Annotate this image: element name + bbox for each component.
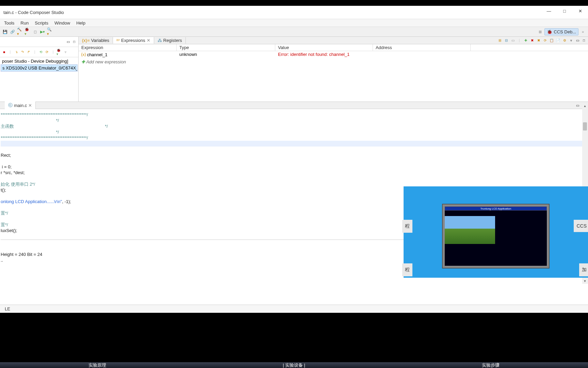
expr-icon-8[interactable]: 📋	[549, 38, 554, 43]
left-tab-2[interactable]: 程	[402, 263, 412, 276]
lcd-bliss-image	[445, 216, 495, 244]
sep2: |	[32, 49, 37, 55]
menu-run[interactable]: Run	[18, 20, 31, 26]
stop-icon[interactable]: ◻	[32, 29, 38, 35]
col-expression[interactable]: Expression	[79, 44, 177, 51]
nav-principle[interactable]: 实验原理	[88, 362, 106, 368]
refresh-icon[interactable]: ⟳	[44, 49, 50, 55]
sep1: |	[7, 49, 13, 55]
var-icon: ⒳	[81, 52, 87, 57]
expressions-icon: ᵡʸ	[116, 38, 120, 43]
view-menu-icon[interactable]: ▿	[63, 49, 68, 55]
minimize-button[interactable]: —	[541, 6, 557, 16]
resume-icon[interactable]: ▶▾	[39, 29, 46, 35]
close-button[interactable]: ✕	[572, 6, 588, 16]
maximize-panel-icon[interactable]: □	[71, 39, 77, 45]
expressions-tabs: (x)= Variables ᵡʸ Expressions ✕ ⁂ Regist…	[79, 37, 588, 44]
perspective-open-icon[interactable]: ⊞	[537, 29, 543, 35]
debug-icon[interactable]: 🐞▾	[24, 29, 31, 35]
expr-minimize-icon[interactable]: ▭	[575, 38, 580, 43]
col-value[interactable]: Value	[275, 44, 373, 51]
bug-icon: 🐞	[547, 29, 552, 34]
add-expression-row[interactable]: ✚ Add new expression	[79, 59, 588, 65]
expr-icon-10[interactable]: ⚙	[562, 38, 567, 43]
vscroll-up-icon[interactable]: ▲	[583, 104, 587, 108]
right-tab-2[interactable]: 加	[579, 263, 588, 276]
search-icon[interactable]: 🔍▾	[47, 29, 53, 35]
debug-session[interactable]: poser Studio - Device Debugging]	[1, 58, 78, 64]
menu-window[interactable]: Window	[52, 20, 73, 26]
remove-all-icon[interactable]: ✖	[536, 38, 541, 43]
c-file-icon: ⓒ	[8, 102, 13, 108]
status-le: LE	[5, 306, 10, 311]
expr-icon-2[interactable]: ⊟	[504, 38, 509, 43]
col-address[interactable]: Address	[373, 44, 471, 51]
vscroll-down-icon[interactable]: ▼	[583, 279, 587, 283]
save-icon[interactable]: 💾	[2, 29, 8, 35]
table-row[interactable]: ⒳ channel_1 unknown Error: identifier no…	[79, 51, 588, 59]
restart-icon[interactable]: ⟲	[38, 49, 44, 55]
step-over-icon[interactable]: ↷	[20, 49, 25, 55]
sep3: |	[50, 49, 56, 55]
window-title: tain.c - Code Composer Studio	[3, 10, 64, 15]
close-editor-tab-icon[interactable]: ✕	[28, 103, 32, 108]
remove-expr-icon[interactable]: ✖	[529, 38, 535, 43]
registers-icon: ⁂	[158, 38, 162, 43]
statusbar: LE	[0, 305, 588, 313]
menu-tools[interactable]: Tools	[1, 20, 17, 26]
expr-sep: |	[517, 38, 522, 43]
expressions-table: Expression Type Value Address ⒳ channel_…	[79, 44, 588, 102]
bug-icon-2[interactable]: 🐞▾	[56, 49, 62, 55]
expr-max-icon[interactable]: □	[581, 38, 587, 43]
expr-icon-3[interactable]: ▭	[510, 38, 516, 43]
tab-registers[interactable]: ⁂ Registers	[154, 37, 186, 44]
debug-device[interactable]: s XDS100v2 USB Emulator_0/C674X_0 (	[1, 64, 78, 72]
editor-tabs: ⓒ main.c ✕ ▭ □	[0, 102, 588, 109]
variables-icon: (x)=	[82, 38, 90, 43]
close-tab-icon[interactable]: ✕	[147, 38, 150, 43]
tab-variables[interactable]: (x)= Variables	[79, 37, 113, 44]
col-type[interactable]: Type	[177, 44, 275, 51]
nav-equipment[interactable]: | 实验设备 |	[283, 362, 305, 368]
right-tab-ccs[interactable]: CCS	[574, 220, 588, 232]
window-titlebar: tain.c - Code Composer Studio — □ ✕	[0, 6, 588, 19]
build-icon[interactable]: 🔨▾	[17, 29, 23, 35]
vscroll-thumb[interactable]	[583, 122, 587, 131]
add-icon: ✚	[81, 59, 86, 64]
left-tab-1[interactable]: 程	[402, 220, 412, 233]
link-icon[interactable]: 🔗	[10, 29, 16, 35]
perspective-switcher[interactable]: 🐞 CCS Deb...	[544, 28, 578, 35]
video-bottom-nav: 实验原理 | 实验设备 | 实验步骤	[0, 362, 588, 368]
step-into-icon[interactable]: ↴	[14, 49, 19, 55]
terminate-icon[interactable]: ■	[1, 49, 7, 55]
minimize-panel-icon[interactable]: ▭	[65, 39, 71, 45]
step-return-icon[interactable]: ↱	[26, 49, 31, 55]
maximize-button[interactable]: □	[557, 6, 572, 16]
menu-bar: Tools Run Scripts Window Help	[0, 19, 588, 27]
editor-min-icon[interactable]: ▭	[575, 103, 580, 108]
lcd-titlebar: Tronlong LCD Application	[445, 206, 547, 211]
current-line	[1, 141, 588, 147]
editor-tab-mainc[interactable]: ⓒ main.c ✕	[5, 102, 36, 109]
expr-icon-1[interactable]: ⊞	[497, 38, 503, 43]
menu-help[interactable]: Help	[74, 20, 88, 26]
more-icon[interactable]: »	[580, 29, 586, 35]
lcd-device: Tronlong LCD Application	[442, 204, 550, 269]
hardware-photo-overlay: 程 程 CCS 加 Tronlong LCD Application	[404, 186, 588, 278]
add-expr-icon[interactable]: ✚	[523, 38, 528, 43]
menu-scripts[interactable]: Scripts	[32, 20, 51, 26]
video-black-bar	[0, 0, 588, 6]
expr-icon-9[interactable]: 📄	[555, 38, 561, 43]
tab-expressions[interactable]: ᵡʸ Expressions ✕	[113, 37, 154, 44]
expr-min-icon[interactable]: ▿	[568, 38, 574, 43]
refresh-expr-icon[interactable]: ⟳	[542, 38, 548, 43]
main-toolbar: 💾 🔗 🔨▾ 🐞▾ ◻ ▶▾ 🔍▾ ⊞ 🐞 CCS Deb... »	[0, 27, 588, 37]
nav-steps[interactable]: 实验步骤	[482, 362, 500, 368]
perspective-label: CCS Deb...	[554, 29, 576, 34]
